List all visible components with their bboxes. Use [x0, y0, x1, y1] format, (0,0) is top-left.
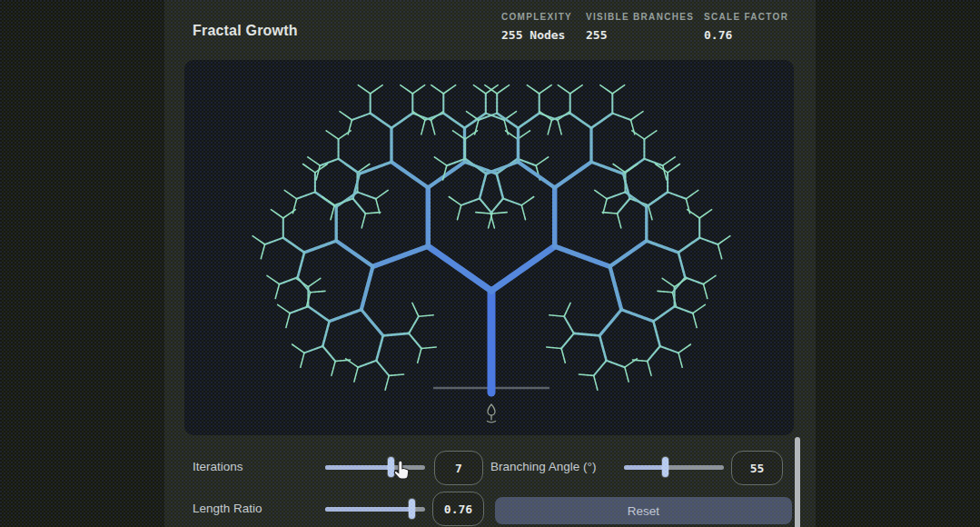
branching-angle-value-box[interactable]: 55 [731, 451, 783, 485]
stat-label: SCALE FACTOR [704, 12, 788, 22]
fractal-canvas [184, 60, 794, 435]
stat-value: 255 Nodes [501, 28, 572, 42]
slider-thumb[interactable] [388, 457, 394, 477]
reset-button-label: Reset [628, 504, 659, 518]
slider-fill [624, 465, 665, 470]
branching-angle-label: Branching Angle (°) [490, 460, 596, 473]
fractal-tree [184, 60, 794, 435]
iterations-value-box[interactable]: 7 [434, 451, 483, 485]
stat-label: COMPLEXITY [501, 12, 572, 22]
length-ratio-label: Length Ratio [193, 502, 262, 515]
slider-thumb[interactable] [662, 457, 668, 477]
stat-value: 0.76 [704, 28, 788, 42]
page-title: Fractal Growth [193, 23, 298, 39]
app-screen: Fractal Growth COMPLEXITY 255 Nodes VISI… [0, 0, 980, 527]
stat-complexity: COMPLEXITY 255 Nodes [501, 12, 572, 42]
scrollbar-thumb[interactable] [795, 437, 800, 527]
slider-fill [325, 507, 411, 512]
tree-icon [483, 402, 500, 426]
stat-value: 255 [586, 28, 694, 42]
length-ratio-slider[interactable] [325, 499, 425, 519]
length-ratio-value-box[interactable]: 0.76 [432, 492, 484, 526]
reset-button[interactable]: Reset [495, 497, 792, 524]
stat-scale-factor: SCALE FACTOR 0.76 [704, 12, 788, 42]
stat-visible-branches: VISIBLE BRANCHES 255 [586, 12, 694, 42]
slider-thumb[interactable] [409, 499, 415, 519]
fractal-growth-panel: Fractal Growth COMPLEXITY 255 Nodes VISI… [164, 0, 816, 527]
slider-fill [325, 465, 391, 470]
iterations-label: Iterations [193, 460, 243, 473]
branching-angle-slider[interactable] [624, 457, 724, 477]
stat-label: VISIBLE BRANCHES [586, 12, 694, 22]
iterations-slider[interactable] [325, 457, 425, 477]
